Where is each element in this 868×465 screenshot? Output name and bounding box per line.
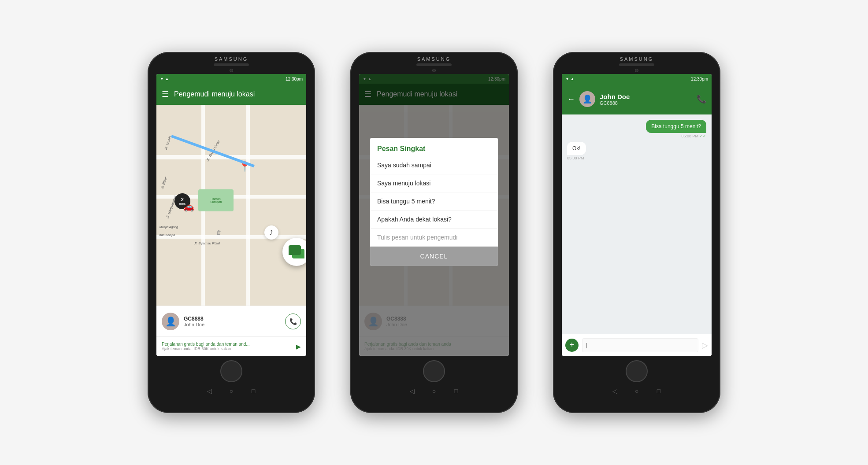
home-button-1[interactable] [220, 360, 242, 382]
nav-buttons-1: ◁ ○ □ [205, 387, 258, 395]
attach-button[interactable]: + [565, 339, 579, 352]
message-received-0: Ok! 05:08 PM [567, 142, 586, 160]
message-sent-0: Bisa tunggu 5 menit? 05:08 PM ✓✓ [646, 120, 706, 138]
chat-text-input[interactable] [582, 338, 698, 352]
map-area-1: Taman Suropati Jl. Yamin Jl. Blitar Jl. … [156, 105, 306, 306]
driver-name-1: John Doe [184, 322, 281, 327]
status-time-1: 12:30pm [286, 77, 303, 81]
call-button-1[interactable]: 📞 [285, 314, 301, 329]
app-bar-title-1: Pengemudi menuju lokasi [174, 90, 301, 98]
nav-buttons-3: ◁ ○ □ [610, 387, 663, 395]
camera-1 [230, 69, 233, 72]
home-button-3[interactable] [626, 360, 648, 382]
samsung-logo-1: SAMSUNG [215, 56, 249, 62]
back-nav-3[interactable]: ◁ [610, 387, 619, 395]
phone-1: SAMSUNG ▼ ▲ 12:30pm ☰ Pengemudi menuju l… [148, 52, 315, 413]
menu-icon-1[interactable]: ☰ [162, 89, 169, 99]
modal-overlay: Pesan Singkat Saya sudah sampai Saya men… [359, 74, 509, 356]
speaker-2 [416, 63, 452, 66]
msg-sent-time-0: 05:08 PM ✓✓ [646, 134, 706, 138]
promo-arrow-1: ▶ [296, 343, 301, 350]
modal-cancel-button[interactable]: CANCEL [370, 247, 498, 266]
phone-bottom-1: ◁ ○ □ [148, 356, 315, 400]
status-bar-3: ▼ ▲ 12:30pm [562, 74, 712, 84]
chat-avatar: 👤 [579, 91, 595, 107]
road-label-syamsu: Jl. Syamsu Rizal [194, 241, 220, 245]
speaker-3 [619, 63, 654, 66]
modal-item-1[interactable]: Saya menuju lokasi [370, 174, 498, 192]
modal-item-0[interactable]: Saya sudah sampai [370, 156, 498, 174]
status-signal-1: ▼ ▲ [160, 77, 169, 81]
home-nav-2[interactable]: ○ [430, 387, 438, 395]
share-icon: ⤴ [270, 229, 273, 236]
chat-header-info: John Doe GC8888 [600, 93, 692, 106]
modal-item-2[interactable]: Bisa tunggu 5 menit? [370, 192, 498, 210]
read-check-icon: ✓✓ [699, 134, 706, 138]
status-signal-3: ▼ ▲ [565, 77, 574, 81]
msg-sent-text-0: Bisa tunggu 5 menit? [646, 120, 706, 133]
samsung-logo-2: SAMSUNG [417, 56, 451, 62]
recent-nav-2[interactable]: □ [452, 387, 460, 395]
chat-bubble-front [289, 245, 301, 255]
home-nav-3[interactable]: ○ [632, 387, 641, 395]
driver-info-1: GC8888 John Doe [184, 316, 281, 327]
back-nav-1[interactable]: ◁ [205, 387, 214, 395]
back-nav-2[interactable]: ◁ [408, 387, 416, 395]
car-icon: 🚗 [183, 201, 194, 212]
driver-avatar-1: 👤 [162, 313, 179, 330]
chat-header: ← 👤 John Doe GC8888 📞 [562, 84, 712, 114]
chat-input-bar: + ▷ [562, 334, 712, 356]
recent-nav-1[interactable]: □ [249, 387, 258, 395]
modal-box: Pesan Singkat Saya sudah sampai Saya men… [370, 138, 498, 266]
modal-item-3[interactable]: Apakah Anda dekat lokasi? [370, 210, 498, 229]
back-button[interactable]: ← [567, 95, 575, 104]
phone-2: SAMSUNG ▼ ▲ 12:30pm ☰ Pengemudi menuju l… [350, 52, 518, 413]
modal-item-4[interactable]: Tulis pesan untuk pengemudi [370, 229, 498, 247]
speaker-1 [214, 63, 249, 66]
share-button[interactable]: ⤴ [264, 225, 278, 240]
phone-bottom-3: ◁ ○ □ [553, 356, 720, 400]
masjid-label: Masjid Agung [160, 225, 178, 229]
driver-bar-1: 👤 GC8888 John Doe 📞 [156, 306, 306, 336]
promo-sub-1: Ajak teman anda. IDR 30K untuk kalian [162, 347, 250, 351]
anda-kelapa-label: nda Kelapa [160, 233, 175, 236]
camera-3 [635, 69, 638, 72]
chat-contact-id: GC8888 [600, 100, 692, 106]
nav-buttons-2: ◁ ○ □ [408, 387, 460, 395]
promo-content-1: Perjalanan gratis bagi anda dan teman an… [162, 342, 250, 351]
msg-received-text-0: Ok! [567, 142, 586, 155]
screen-2: ▼ ▲ 12:30pm ☰ Pengemudi menuju lokasi [359, 74, 509, 356]
msg-received-time-0: 05:08 PM [567, 156, 586, 160]
status-bar-1: ▼ ▲ 12:30pm [156, 74, 306, 84]
phone-bottom-2: ◁ ○ □ [350, 356, 518, 400]
app-bar-1: ☰ Pengemudi menuju lokasi [156, 84, 306, 105]
taman-suropati: Taman Suropati [198, 189, 234, 211]
modal-title: Pesan Singkat [370, 138, 498, 156]
phone-3: SAMSUNG ▼ ▲ 12:30pm ← 👤 John Doe GC8888 … [553, 52, 720, 413]
promo-bar-1[interactable]: Perjalanan gratis bagi anda dan teman an… [156, 336, 306, 356]
chat-messages: Bisa tunggu 5 menit? 05:08 PM ✓✓ Ok! 05:… [562, 114, 712, 334]
promo-text-1: Perjalanan gratis bagi anda dan teman an… [162, 342, 250, 347]
samsung-logo-3: SAMSUNG [620, 56, 654, 62]
chat-contact-name: John Doe [600, 93, 692, 100]
camera-2 [432, 69, 436, 72]
status-time-3: 12:30pm [691, 77, 708, 81]
driver-code-1: GC8888 [184, 316, 281, 322]
screen-3: ▼ ▲ 12:30pm ← 👤 John Doe GC8888 📞 [562, 74, 712, 356]
recent-nav-3[interactable]: □ [654, 387, 663, 395]
screen-1: ▼ ▲ 12:30pm ☰ Pengemudi menuju lokasi [156, 74, 306, 356]
trash-icon: 🗑 [216, 229, 222, 236]
home-nav-1[interactable]: ○ [227, 387, 236, 395]
send-button[interactable]: ▷ [702, 340, 708, 350]
home-button-2[interactable] [423, 360, 445, 382]
chat-phone-button[interactable]: 📞 [697, 94, 706, 104]
chat-icon-stacked [289, 245, 304, 258]
